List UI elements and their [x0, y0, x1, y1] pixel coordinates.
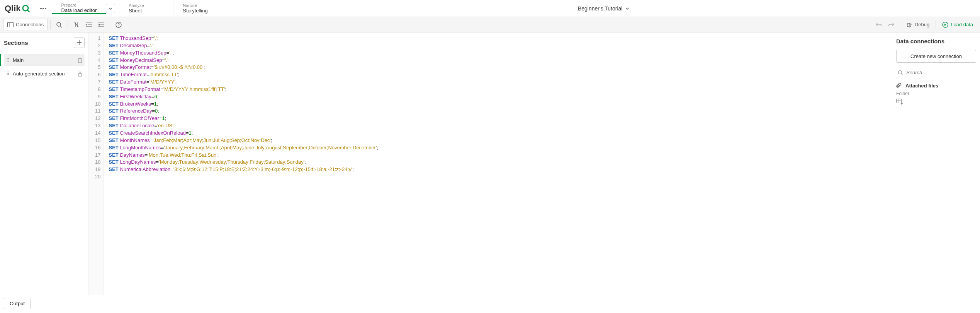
load-data-label: Load data	[951, 22, 973, 27]
debug-label: Debug	[915, 22, 929, 27]
separator	[110, 20, 110, 29]
delete-section-button[interactable]	[78, 58, 82, 63]
svg-point-3	[42, 8, 44, 9]
attached-files-header[interactable]: Attached files	[896, 83, 976, 89]
undo-icon	[876, 22, 882, 27]
svg-line-22	[910, 23, 911, 24]
select-data-button[interactable]	[896, 99, 976, 105]
tab-prepare[interactable]: Prepare Data load editor	[52, 3, 106, 14]
redo-button[interactable]	[885, 19, 897, 31]
line-gutter: 1234567891011121314151617181920	[89, 32, 104, 295]
app-title: Beginner's Tutorial	[578, 5, 623, 12]
create-connection-button[interactable]: Create new connection	[896, 50, 976, 63]
nav-tabs: Prepare Data load editor Analyze Sheet N…	[52, 0, 228, 17]
trash-icon	[78, 58, 82, 63]
attachment-icon	[896, 83, 902, 89]
chevron-down-icon	[625, 7, 629, 10]
outdent-icon	[98, 22, 104, 27]
debug-button[interactable]: Debug	[902, 19, 933, 30]
tab-analyze-small: Analyze	[129, 3, 164, 8]
lock-icon	[78, 71, 82, 77]
tab-narrate[interactable]: Narrate Storytelling	[173, 0, 227, 17]
connection-search-input[interactable]	[906, 70, 975, 75]
svg-rect-5	[8, 22, 14, 27]
logo-q-icon	[22, 4, 30, 13]
tab-analyze-big: Sheet	[129, 8, 164, 14]
code-editor[interactable]: 1234567891011121314151617181920 SET Thou…	[89, 32, 892, 295]
tab-narrate-big: Storytelling	[183, 8, 217, 14]
more-menu-icon[interactable]	[35, 8, 52, 9]
grip-icon[interactable]: ⠿	[6, 71, 9, 77]
comment-icon	[73, 22, 80, 27]
separator	[50, 20, 51, 29]
app-title-dropdown[interactable]: Beginner's Tutorial	[227, 5, 980, 12]
folder-label: Folder	[896, 91, 976, 96]
separator	[68, 20, 68, 29]
help-button[interactable]: ?	[112, 19, 125, 31]
code-content[interactable]: SET ThousandSep=',';SET DecimalSep='.';S…	[104, 32, 383, 295]
connection-search[interactable]	[896, 67, 976, 78]
outdent-button[interactable]	[95, 19, 107, 31]
qlik-logo[interactable]: Qlik	[0, 3, 35, 14]
main-area: Sections ⠿ Main ⠿ Auto-generated section…	[0, 32, 980, 295]
svg-point-7	[57, 22, 61, 26]
toolbar: Connections ? Debug Load data	[0, 17, 980, 32]
tab-analyze[interactable]: Analyze Sheet	[119, 0, 173, 17]
app-header: Qlik Prepare Data load editor Analyze Sh…	[0, 0, 980, 17]
table-icon	[896, 99, 903, 105]
add-section-button[interactable]	[74, 37, 85, 48]
create-connection-label: Create new connection	[910, 53, 962, 59]
redo-icon	[888, 22, 894, 27]
tab-prepare-big: Data load editor	[61, 7, 97, 13]
indent-icon	[86, 22, 92, 27]
panel-icon	[7, 22, 14, 27]
connections-label: Connections	[16, 22, 44, 27]
plus-icon	[77, 40, 82, 45]
svg-line-8	[60, 26, 62, 27]
search-icon	[898, 70, 903, 75]
bug-icon	[906, 22, 912, 28]
svg-point-4	[45, 8, 46, 9]
svg-text:?: ?	[118, 23, 120, 27]
indent-button[interactable]	[83, 19, 95, 31]
section-label: Auto-generated section	[13, 71, 74, 77]
svg-line-1	[27, 10, 29, 12]
svg-point-2	[40, 8, 42, 9]
svg-point-32	[898, 70, 902, 74]
svg-rect-28	[78, 59, 82, 63]
section-item-autogen[interactable]: ⠿ Auto-generated section	[4, 68, 85, 80]
svg-line-21	[907, 23, 908, 24]
sections-title: Sections	[4, 39, 28, 46]
section-item-main[interactable]: ⠿ Main	[4, 54, 85, 66]
data-connections-title: Data connections	[896, 38, 976, 44]
data-connections-panel: Data connections Create new connection A…	[892, 32, 980, 295]
undo-button[interactable]	[873, 19, 885, 31]
attached-files-label: Attached files	[905, 83, 938, 89]
prepare-dropdown[interactable]	[106, 4, 115, 13]
comment-button[interactable]	[70, 19, 83, 31]
svg-rect-31	[78, 74, 82, 76]
sections-panel: Sections ⠿ Main ⠿ Auto-generated section	[0, 32, 89, 295]
tab-narrate-small: Narrate	[183, 3, 217, 8]
search-icon	[56, 22, 62, 28]
connections-button[interactable]: Connections	[3, 19, 48, 30]
load-data-button[interactable]: Load data	[938, 19, 977, 30]
help-icon: ?	[115, 22, 122, 28]
search-button[interactable]	[53, 19, 65, 31]
footer: Output	[0, 294, 34, 295]
tab-prepare-small: Prepare	[61, 3, 97, 7]
section-label: Main	[13, 57, 74, 63]
play-icon	[942, 22, 948, 28]
separator	[936, 20, 936, 29]
grip-icon[interactable]: ⠿	[6, 58, 9, 63]
sections-header: Sections	[4, 37, 85, 48]
separator	[900, 20, 900, 29]
svg-line-33	[902, 74, 903, 75]
